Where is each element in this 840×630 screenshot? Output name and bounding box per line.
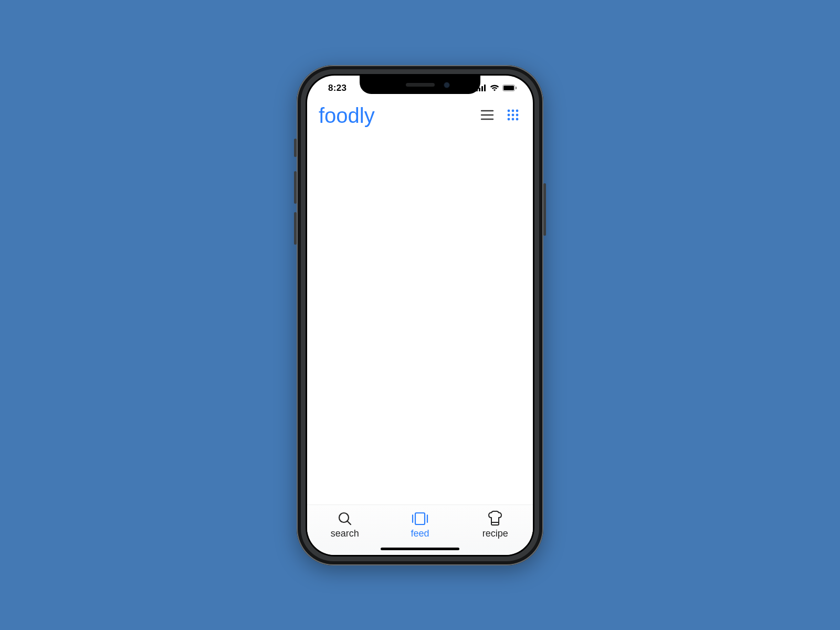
svg-rect-6 [516, 87, 517, 89]
svg-point-13 [508, 113, 510, 116]
home-indicator[interactable] [381, 548, 459, 550]
grid-view-button[interactable] [505, 107, 521, 125]
volume-down-button [294, 212, 297, 245]
volume-up-button [294, 171, 297, 204]
svg-point-11 [512, 109, 514, 112]
notch [360, 76, 480, 94]
screen: 8:23 [307, 76, 533, 555]
feed-icon [411, 510, 429, 527]
tab-label: search [331, 528, 359, 539]
svg-point-18 [516, 118, 519, 120]
tab-search[interactable]: search [307, 510, 382, 539]
svg-point-16 [508, 118, 510, 120]
svg-line-20 [348, 521, 351, 524]
svg-rect-21 [415, 513, 425, 524]
svg-point-15 [516, 113, 519, 116]
app-header: foodly [307, 101, 533, 132]
svg-point-10 [508, 109, 510, 112]
status-time: 8:23 [320, 83, 346, 93]
svg-rect-2 [481, 86, 483, 91]
svg-point-17 [512, 118, 514, 120]
tab-recipe[interactable]: recipe [458, 510, 533, 539]
svg-point-12 [516, 109, 519, 112]
svg-rect-1 [479, 88, 480, 91]
main-content [307, 132, 533, 505]
silent-switch [294, 139, 297, 157]
app-title: foodly [319, 104, 375, 128]
svg-point-14 [512, 113, 514, 116]
svg-rect-3 [484, 85, 486, 91]
tab-label: feed [411, 528, 429, 539]
grid-icon [507, 115, 519, 123]
list-view-button[interactable] [478, 107, 496, 124]
power-button [543, 183, 546, 236]
tab-feed[interactable]: feed [382, 510, 457, 539]
recipe-icon [487, 510, 503, 527]
wifi-icon [490, 85, 499, 91]
speaker-grille [406, 83, 435, 87]
search-icon [337, 510, 353, 527]
svg-rect-5 [503, 86, 514, 90]
battery-icon [502, 85, 517, 91]
front-camera [444, 82, 450, 88]
phone-frame: 8:23 [297, 65, 543, 565]
list-icon [480, 114, 494, 122]
tab-label: recipe [482, 528, 508, 539]
